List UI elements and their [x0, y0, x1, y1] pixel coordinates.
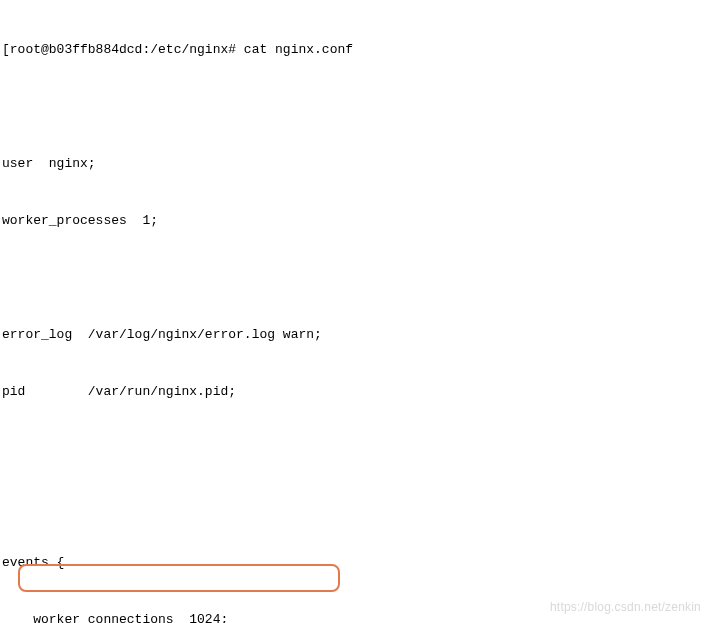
- terminal-line: [2, 97, 709, 116]
- terminal-line: [root@b03ffb884dcd:/etc/nginx# cat nginx…: [2, 40, 709, 59]
- terminal-line: error_log /var/log/nginx/error.log warn;: [2, 325, 709, 344]
- terminal-line: worker_processes 1;: [2, 211, 709, 230]
- terminal-line: worker_connections 1024;: [2, 610, 709, 623]
- terminal-line: events {: [2, 553, 709, 572]
- terminal-line: [2, 439, 709, 458]
- terminal-line: user nginx;: [2, 154, 709, 173]
- terminal-line: [2, 268, 709, 287]
- terminal-line: pid /var/run/nginx.pid;: [2, 382, 709, 401]
- terminal-output: [root@b03ffb884dcd:/etc/nginx# cat nginx…: [0, 0, 711, 623]
- terminal-line: [2, 496, 709, 515]
